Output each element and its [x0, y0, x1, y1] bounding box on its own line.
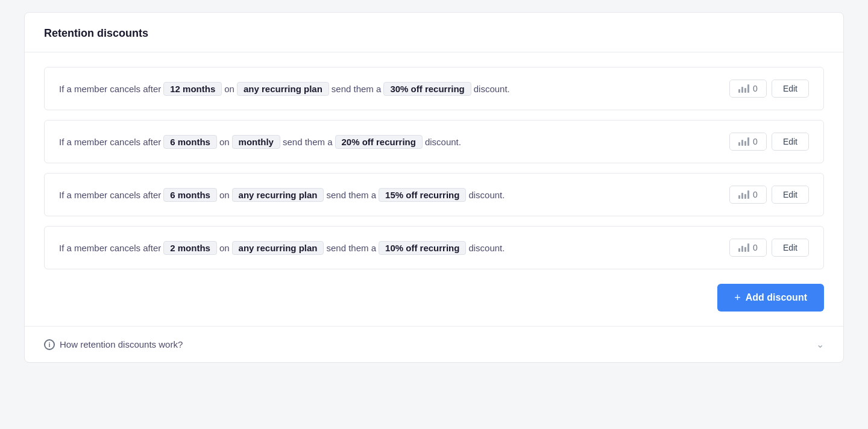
- discount-description: If a member cancels after 6 months on an…: [59, 188, 505, 202]
- on-text: on: [224, 84, 234, 94]
- plan-badge: any recurring plan: [237, 82, 329, 96]
- plan-badge: monthly: [232, 135, 280, 149]
- prefix-text: If a member cancels after: [59, 137, 161, 147]
- prefix-text: If a member cancels after: [59, 84, 161, 94]
- months-badge: 2 months: [163, 241, 217, 255]
- stats-button[interactable]: 0: [729, 239, 767, 257]
- prefix-text: If a member cancels after: [59, 243, 161, 253]
- discounts-list: If a member cancels after 12 months on a…: [44, 67, 824, 269]
- row-actions: 0 Edit: [729, 239, 809, 257]
- add-discount-label: Add discount: [746, 292, 807, 303]
- months-badge: 6 months: [163, 135, 217, 149]
- discount-row: If a member cancels after 6 months on mo…: [44, 120, 824, 163]
- stats-count: 0: [753, 190, 758, 199]
- months-badge: 12 months: [163, 82, 222, 96]
- stats-count: 0: [753, 84, 758, 93]
- card-title: Retention discounts: [44, 27, 824, 40]
- discount-badge: 15% off recurring: [379, 188, 466, 202]
- suffix-text: discount.: [425, 137, 461, 147]
- retention-discounts-card: Retention discounts If a member cancels …: [24, 12, 844, 363]
- plan-badge: any recurring plan: [232, 241, 324, 255]
- discount-badge: 10% off recurring: [379, 241, 466, 255]
- plus-icon: +: [734, 292, 741, 303]
- discount-badge: 20% off recurring: [335, 135, 423, 149]
- info-icon: i: [44, 339, 55, 350]
- row-actions: 0 Edit: [729, 186, 809, 204]
- stats-button[interactable]: 0: [729, 80, 767, 98]
- on-text: on: [219, 190, 230, 200]
- add-discount-button[interactable]: + Add discount: [717, 284, 824, 312]
- edit-button[interactable]: Edit: [772, 80, 809, 98]
- months-badge: 6 months: [163, 188, 217, 202]
- plan-badge: any recurring plan: [232, 188, 324, 202]
- chevron-down-icon: ⌄: [816, 339, 824, 350]
- on-text: on: [219, 243, 230, 253]
- discount-description: If a member cancels after 6 months on mo…: [59, 135, 461, 149]
- send-text: send them a: [326, 190, 376, 200]
- send-text: send them a: [332, 84, 382, 94]
- edit-button[interactable]: Edit: [772, 186, 809, 204]
- how-it-works-link[interactable]: i How retention discounts work?: [44, 339, 183, 350]
- add-discount-row: + Add discount: [44, 284, 824, 312]
- suffix-text: discount.: [468, 190, 505, 200]
- how-it-works-label: How retention discounts work?: [60, 339, 183, 349]
- send-text: send them a: [283, 137, 333, 147]
- stats-count: 0: [753, 243, 758, 252]
- edit-button[interactable]: Edit: [772, 133, 809, 151]
- on-text: on: [219, 137, 230, 147]
- discount-description: If a member cancels after 2 months on an…: [59, 241, 505, 255]
- suffix-text: discount.: [474, 84, 510, 94]
- card-footer: i How retention discounts work? ⌄: [25, 326, 843, 362]
- bar-chart-icon: [738, 243, 749, 252]
- discount-description: If a member cancels after 12 months on a…: [59, 82, 510, 96]
- row-actions: 0 Edit: [729, 133, 809, 151]
- suffix-text: discount.: [468, 243, 505, 253]
- card-body: If a member cancels after 12 months on a…: [25, 52, 843, 326]
- bar-chart-icon: [738, 137, 749, 146]
- stats-button[interactable]: 0: [729, 133, 767, 151]
- prefix-text: If a member cancels after: [59, 190, 161, 200]
- stats-button[interactable]: 0: [729, 186, 767, 204]
- discount-row: If a member cancels after 2 months on an…: [44, 226, 824, 269]
- bar-chart-icon: [738, 190, 749, 199]
- bar-chart-icon: [738, 84, 749, 93]
- row-actions: 0 Edit: [729, 80, 809, 98]
- discount-row: If a member cancels after 12 months on a…: [44, 67, 824, 110]
- edit-button[interactable]: Edit: [772, 239, 809, 257]
- discount-badge: 30% off recurring: [383, 82, 471, 96]
- send-text: send them a: [326, 243, 376, 253]
- discount-row: If a member cancels after 6 months on an…: [44, 173, 824, 216]
- card-header: Retention discounts: [25, 13, 843, 52]
- stats-count: 0: [753, 137, 758, 146]
